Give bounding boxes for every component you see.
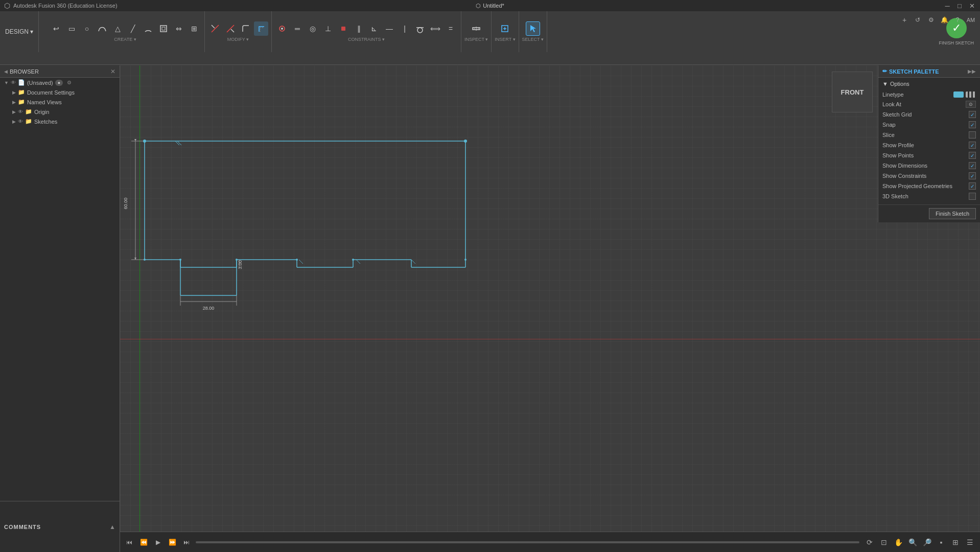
slice-row: Slice bbox=[882, 130, 976, 140]
close-button[interactable]: ✕ bbox=[968, 2, 976, 10]
linetype-dashed-btn[interactable] bbox=[966, 91, 976, 98]
question-icon[interactable]: ? bbox=[952, 15, 963, 25]
bell-icon[interactable]: 🔔 bbox=[939, 15, 949, 25]
tangent-tool[interactable] bbox=[413, 21, 427, 36]
fix-tool[interactable] bbox=[336, 21, 351, 36]
triangle-tool[interactable]: △ bbox=[110, 21, 125, 36]
show-constraints-checkbox[interactable] bbox=[969, 172, 976, 179]
show-profile-row: Show Profile bbox=[882, 140, 976, 150]
browser-close-icon[interactable]: ✕ bbox=[110, 68, 115, 75]
svg-line-5 bbox=[231, 29, 234, 32]
collinear-tool[interactable]: ═ bbox=[290, 21, 305, 36]
symmetric-tool[interactable]: ⟺ bbox=[428, 21, 442, 36]
arc-tool[interactable] bbox=[141, 21, 155, 36]
offset-curve-tool[interactable] bbox=[254, 21, 268, 36]
show-projected-checkbox[interactable] bbox=[969, 182, 976, 190]
measure-tool[interactable] bbox=[469, 21, 483, 36]
circle-tool[interactable]: ○ bbox=[80, 21, 94, 36]
timeline-prev-btn[interactable]: ⏪ bbox=[138, 537, 149, 547]
coincident-tool[interactable] bbox=[275, 21, 289, 36]
origin-eye-icon[interactable]: 👁 bbox=[18, 109, 23, 114]
concentric-tool[interactable]: ◎ bbox=[306, 21, 320, 36]
linetype-solid-btn[interactable] bbox=[953, 91, 964, 98]
maximize-button[interactable]: □ bbox=[955, 2, 964, 10]
timeline-toggle-icon[interactable]: ☰ bbox=[964, 536, 976, 548]
nav-cube[interactable]: FRONT bbox=[832, 72, 873, 112]
midpoint-tool[interactable]: ⊥ bbox=[321, 21, 335, 36]
palette-collapse-icon[interactable]: ▶▶ bbox=[968, 68, 976, 74]
settings-icon[interactable]: ⚙ bbox=[67, 80, 72, 85]
snap-checkbox[interactable] bbox=[969, 121, 976, 128]
3d-sketch-row: 3D Sketch bbox=[882, 191, 976, 201]
show-points-checkbox[interactable] bbox=[969, 152, 976, 159]
zoom-in-icon[interactable]: 🔍 bbox=[906, 536, 919, 548]
main-canvas[interactable]: 60.00 3.00 28.00 FRONT bbox=[120, 65, 980, 532]
fillet-tool[interactable] bbox=[239, 21, 253, 36]
palette-finish-sketch-button[interactable]: Finish Sketch bbox=[929, 208, 976, 219]
undo-arc-tool[interactable]: ↩ bbox=[49, 21, 63, 36]
zoom-out-icon[interactable]: 🔎 bbox=[921, 536, 933, 548]
vertical-tool[interactable]: | bbox=[398, 21, 412, 36]
look-at-button[interactable]: ⊙ bbox=[966, 101, 976, 108]
perpendicular-tool[interactable]: ⊾ bbox=[367, 21, 381, 36]
spline-tool[interactable] bbox=[95, 21, 109, 36]
timeline-next-btn[interactable]: ⏩ bbox=[167, 537, 177, 547]
horizontal-tool[interactable]: — bbox=[382, 21, 396, 36]
titlebar-right: ─ □ ✕ bbox=[943, 2, 976, 10]
orbit-icon[interactable]: ⟳ bbox=[864, 536, 876, 548]
settings-icon[interactable]: ⚙ bbox=[926, 15, 936, 25]
select-tool[interactable] bbox=[526, 21, 540, 36]
palette-header: ✏ SKETCH PALETTE ▶▶ bbox=[878, 65, 980, 78]
sketches-eye-icon[interactable]: 👁 bbox=[18, 119, 23, 124]
show-dimensions-checkbox[interactable] bbox=[969, 162, 976, 169]
parallel-tool[interactable]: ∥ bbox=[352, 21, 366, 36]
browser-item-origin[interactable]: ▶ 👁 📁 Origin bbox=[0, 107, 120, 117]
design-button[interactable]: DESIGN ▾ bbox=[0, 11, 39, 52]
comments-expand-icon[interactable]: ▲ bbox=[109, 523, 115, 531]
titlebar-center: ⬡ Untitled* bbox=[476, 3, 504, 9]
equal-tool[interactable]: = bbox=[444, 21, 458, 36]
x-axis bbox=[120, 339, 980, 339]
document-title: Untitled* bbox=[483, 3, 504, 9]
root-eye-icon[interactable]: 👁 bbox=[11, 80, 16, 85]
browser-item-doc-settings[interactable]: ▶ 📁 Document Settings bbox=[0, 87, 120, 97]
root-arrow: ▼ bbox=[4, 80, 9, 85]
browser-item-root[interactable]: ▼ 👁 📄 (Unsaved) ● ⚙ bbox=[0, 78, 120, 87]
mirror-tool[interactable]: ⇔ bbox=[172, 21, 186, 36]
grid-toggle-icon[interactable]: ⊞ bbox=[949, 536, 962, 548]
display-icon[interactable]: ▪ bbox=[935, 536, 947, 548]
offset-tool[interactable] bbox=[156, 21, 171, 36]
svg-rect-0 bbox=[160, 26, 167, 32]
timeline-first-btn[interactable]: ⏮ bbox=[124, 537, 134, 547]
extend-tool[interactable] bbox=[223, 21, 238, 36]
3d-sketch-checkbox[interactable] bbox=[969, 193, 976, 200]
rectangle-tool[interactable]: ▭ bbox=[64, 21, 79, 36]
line-tool[interactable]: ╱ bbox=[126, 21, 140, 36]
collapse-arrow[interactable]: ◀ bbox=[4, 69, 8, 74]
user-icon[interactable]: AM bbox=[966, 15, 976, 25]
browser-item-sketches[interactable]: ▶ 👁 📁 Sketches bbox=[0, 117, 120, 126]
show-profile-checkbox[interactable] bbox=[969, 142, 976, 149]
options-header[interactable]: ▼ Options bbox=[882, 81, 976, 87]
timeline-play-btn[interactable]: ▶ bbox=[153, 537, 163, 547]
pattern-tool[interactable]: ⊞ bbox=[187, 21, 201, 36]
origin-label: Origin bbox=[34, 109, 49, 115]
insert-tool[interactable] bbox=[498, 21, 512, 36]
refresh-icon[interactable]: ↺ bbox=[913, 15, 923, 25]
browser-item-named-views[interactable]: ▶ 📁 Named Views bbox=[0, 97, 120, 107]
slice-checkbox[interactable] bbox=[969, 131, 976, 139]
minimize-button[interactable]: ─ bbox=[943, 2, 951, 10]
timeline-last-btn[interactable]: ⏭ bbox=[181, 537, 192, 547]
timeline-slider[interactable] bbox=[196, 541, 859, 543]
trim-tool[interactable] bbox=[208, 21, 222, 36]
svg-point-9 bbox=[417, 28, 423, 33]
canvas-background bbox=[120, 65, 980, 532]
sketch-grid-checkbox[interactable] bbox=[969, 111, 976, 118]
fit-icon[interactable]: ⊡ bbox=[878, 536, 890, 548]
browser-panel: ◀ BROWSER ✕ ▼ 👁 📄 (Unsaved) ● ⚙ ▶ 📁 Docu… bbox=[0, 65, 120, 501]
3d-sketch-label: 3D Sketch bbox=[882, 193, 908, 199]
timeline: ⏮ ⏪ ▶ ⏩ ⏭ ⟳ ⊡ ✋ 🔍 🔎 ▪ ⊞ ☰ bbox=[120, 532, 980, 552]
pan-icon[interactable]: ✋ bbox=[892, 536, 904, 548]
look-at-label: Look At bbox=[882, 101, 901, 107]
new-tab-icon[interactable]: + bbox=[899, 15, 909, 25]
